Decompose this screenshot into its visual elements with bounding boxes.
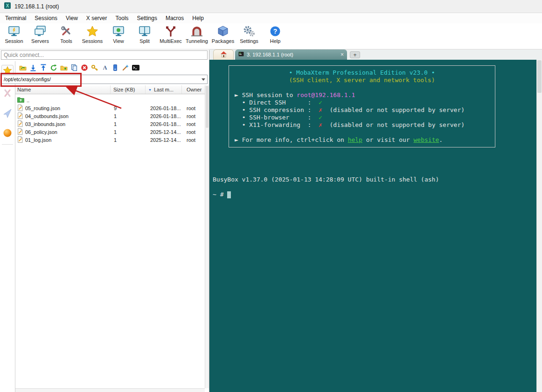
terminal-scrollbar-thumb[interactable] [537, 60, 542, 93]
menu-terminal[interactable]: Terminal [1, 14, 30, 23]
menu-tools[interactable]: Tools [111, 14, 133, 23]
sftp-copy-button[interactable] [70, 63, 78, 72]
sftp-edit-button[interactable] [121, 63, 130, 72]
toolbar-session[interactable]: Session [1, 25, 27, 49]
file-row[interactable]: 03_inbounds.json 1 2026-01-18... root [15, 120, 205, 128]
menu-settings[interactable]: Settings [133, 14, 161, 23]
download-icon [29, 64, 37, 71]
home-tab[interactable] [213, 49, 234, 60]
terminal-screen[interactable]: • MobaXterm Professional Edition v23.0 •… [209, 60, 542, 392]
toolbar-view[interactable]: View [105, 25, 132, 49]
menu-view[interactable]: View [62, 14, 82, 23]
file-icon [17, 112, 23, 120]
info-line: ► For more info, ctrl+click on help or v… [235, 136, 489, 144]
sftp-upload-button[interactable] [39, 63, 48, 72]
close-tab-icon[interactable]: × [340, 52, 344, 57]
main-toolbar: Session Servers Tools Sessions View Spli… [0, 23, 542, 49]
sftp-panel: A Name Size (KB) ▼ Last m... Owner .. [0, 50, 209, 392]
font-a-icon: A [101, 64, 109, 71]
menu-sessions[interactable]: Sessions [30, 14, 62, 23]
split-icon [139, 25, 151, 37]
direct-ssh-line: • Direct SSH : ✓ [235, 99, 489, 106]
file-list: .. 05_routing.json 9 2026-01-18... root … [15, 94, 205, 144]
toolbar-settings[interactable]: Settings [236, 25, 262, 49]
busybox-message: BusyBox v1.37.0 (2025-01-13 14:28:09 UTC… [213, 176, 439, 183]
drive-icon [111, 64, 119, 71]
toolbar-servers[interactable]: Servers [27, 25, 53, 49]
toolbar-tools[interactable]: Tools [53, 25, 79, 49]
parent-dir-row[interactable]: .. [15, 96, 205, 104]
svg-text:X: X [6, 3, 9, 8]
menu-xserver[interactable]: X server [82, 14, 111, 23]
sftp-encoding-button[interactable]: A [101, 63, 109, 72]
console-icon [132, 64, 139, 71]
quick-connect-input[interactable] [1, 50, 208, 60]
sftp-download-button[interactable] [29, 63, 37, 72]
toolbar-multiexec[interactable]: MultiExec [158, 25, 184, 49]
column-header-owner[interactable]: Owner [182, 85, 205, 94]
toolbar-split[interactable]: Split [132, 25, 158, 49]
x11-forwarding-line: • X11-forwarding : ✗ (disabled or not su… [235, 121, 489, 129]
copy-icon [70, 64, 78, 71]
file-row[interactable]: 01_log.json 1 2025-12-14... root [15, 136, 205, 144]
shell-prompt-line: ~ # [213, 191, 231, 198]
scrollbar-thumb[interactable] [206, 86, 208, 128]
sidebar-tab-tools[interactable] [1, 87, 14, 100]
ssh-compression-line: • SSH compression : ✗ (disabled or not s… [235, 106, 489, 114]
tab-label: 3. 192.168.1.1 (root) [247, 52, 293, 57]
sftp-drive-button[interactable] [111, 63, 119, 72]
cross-icon: ✗ [319, 106, 322, 113]
file-row[interactable]: 04_outbounds.json 1 2026-01-18... root [15, 112, 205, 120]
file-icon [17, 120, 23, 128]
terminal-cursor [227, 191, 231, 198]
column-header-last-modified[interactable]: ▼ Last m... [146, 85, 182, 94]
file-row[interactable]: 05_routing.json 9 2026-01-18... root [15, 104, 205, 112]
orange-ball-icon [3, 128, 12, 140]
website-link[interactable]: website [414, 136, 439, 143]
tools-icon [60, 25, 72, 37]
column-header-size[interactable]: Size (KB) [111, 85, 146, 94]
sidebar-tab-remote[interactable] [1, 127, 14, 140]
menu-help[interactable]: Help [188, 14, 208, 23]
active-session-tab[interactable]: 3. 192.168.1.1 (root) × [235, 49, 347, 60]
file-row[interactable]: 06_policy.json 1 2025-12-14... root [15, 128, 205, 136]
sftp-permissions-button[interactable] [90, 63, 99, 72]
home-icon [220, 51, 227, 59]
file-icon [17, 136, 23, 144]
multiexec-icon [165, 25, 177, 37]
terminal-tabbar: 3. 192.168.1.1 (root) × + [209, 49, 542, 60]
menu-macros[interactable]: Macros [161, 14, 188, 23]
file-icon [17, 128, 23, 136]
blank-line [235, 129, 489, 136]
new-folder-icon [60, 64, 68, 71]
refresh-icon [50, 64, 57, 71]
ssh-browser-line: • SSH-browser : ✓ [235, 114, 489, 121]
file-list-horizontal-scrollbar[interactable] [15, 388, 205, 392]
toolbar-sessions[interactable]: Sessions [79, 25, 105, 49]
shell-prompt: ~ # [213, 191, 227, 198]
check-icon: ✓ [319, 99, 322, 106]
sftp-sync-button[interactable] [19, 63, 27, 72]
toolbar-packages[interactable]: Packages [210, 25, 236, 49]
toolbar-help[interactable]: ? Help [262, 25, 288, 49]
help-link[interactable]: help [348, 136, 362, 143]
new-tab-button[interactable]: + [350, 51, 360, 58]
delete-icon [81, 64, 88, 71]
sidebar-tab-macros[interactable] [1, 108, 14, 121]
terminal-scrollbar[interactable] [536, 60, 542, 392]
chevron-down-icon[interactable] [200, 75, 207, 84]
sftp-refresh-button[interactable] [49, 63, 58, 72]
session-icon [8, 25, 20, 37]
column-header-name[interactable]: Name [15, 85, 111, 94]
file-list-scrollbar[interactable] [205, 85, 209, 388]
svg-text:A: A [103, 64, 107, 71]
toolbar-tunneling[interactable]: Tunneling [184, 25, 210, 49]
mobaxterm-logo-icon: X [4, 2, 11, 11]
sftp-console-button[interactable] [132, 63, 140, 72]
path-input[interactable] [1, 75, 200, 84]
sftp-delete-button[interactable] [80, 63, 89, 72]
sftp-new-folder-button[interactable] [60, 63, 68, 72]
packages-icon [217, 25, 229, 37]
ssh-target: root@192.168.1.1 [297, 91, 355, 98]
check-icon: ✓ [319, 114, 322, 121]
